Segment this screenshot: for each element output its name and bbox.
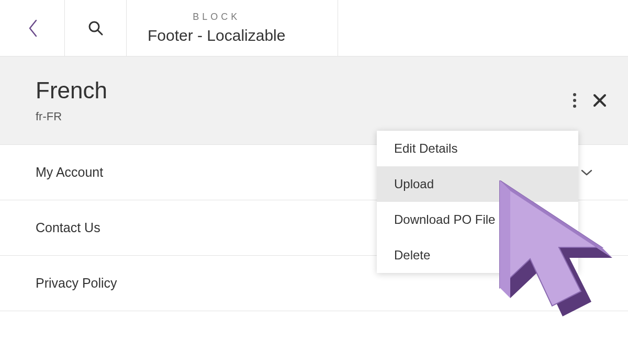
menu-item-upload[interactable]: Upload <box>377 166 578 202</box>
svg-line-1 <box>98 30 102 35</box>
block-type-label: BLOCK <box>193 12 240 22</box>
language-code: fr-FR <box>36 110 592 123</box>
menu-item-label: Edit Details <box>394 141 457 155</box>
close-icon[interactable] <box>592 93 607 108</box>
title-cell: BLOCK Footer - Localizable <box>127 0 338 56</box>
list-item-label: My Account <box>36 165 103 180</box>
language-name: French <box>36 77 592 104</box>
header-actions <box>573 93 607 108</box>
more-icon[interactable] <box>573 93 577 108</box>
list-item-label: Privacy Policy <box>36 276 117 291</box>
chevron-down-icon <box>581 169 592 176</box>
block-title: Footer - Localizable <box>148 27 285 44</box>
svg-point-4 <box>573 105 576 108</box>
search-button[interactable] <box>65 0 127 56</box>
top-bar: BLOCK Footer - Localizable <box>0 0 628 56</box>
back-icon <box>27 18 38 38</box>
svg-point-2 <box>573 93 576 96</box>
menu-item-edit-details[interactable]: Edit Details <box>377 131 578 166</box>
menu-item-label: Download PO File <box>394 212 495 226</box>
menu-item-label: Upload <box>394 177 434 191</box>
list-item-label: Contact Us <box>36 220 100 235</box>
menu-item-label: Delete <box>394 248 430 262</box>
menu-item-delete[interactable]: Delete <box>377 237 578 273</box>
search-icon <box>87 20 104 37</box>
back-button[interactable] <box>0 0 65 56</box>
svg-point-3 <box>573 99 576 102</box>
dropdown-menu: Edit Details Upload Download PO File Del… <box>377 131 578 273</box>
menu-item-download-po[interactable]: Download PO File <box>377 202 578 237</box>
